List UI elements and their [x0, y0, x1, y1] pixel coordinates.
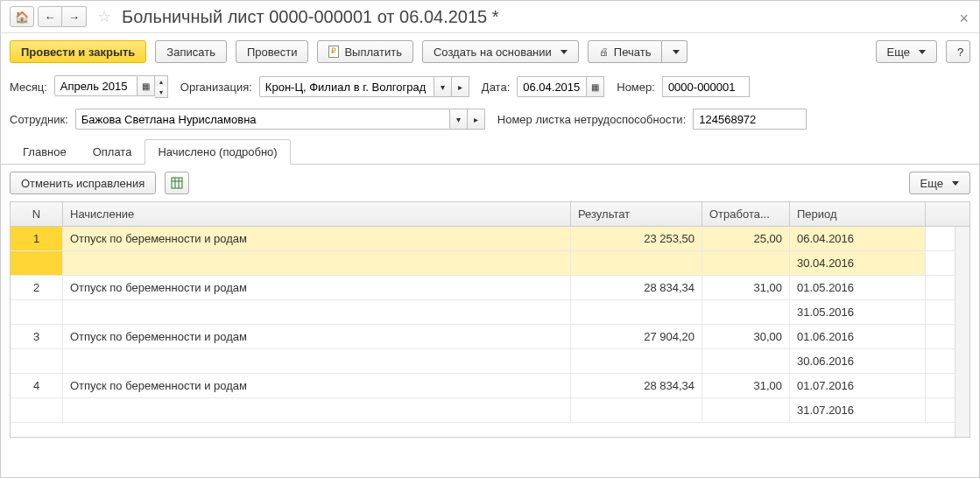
- table-body: 1 Отпуск по беременности и родам 23 253,…: [11, 227, 969, 423]
- printer-icon: 🖨: [599, 46, 609, 57]
- org-input[interactable]: [265, 81, 428, 94]
- date-calendar-icon[interactable]: ▦: [587, 76, 604, 97]
- app-window: БЛОГ КОМПАНИИ GOODWILL ТЕХНОЛОГИИ ДЛЯ БИ…: [0, 0, 980, 478]
- table-row[interactable]: 3 Отпуск по беременности и родам 27 904,…: [11, 325, 969, 349]
- cell-n-blank: [11, 398, 63, 422]
- cell-result: 28 834,34: [571, 374, 702, 397]
- back-button[interactable]: ←: [38, 6, 62, 27]
- cell-period-from: 01.06.2016: [790, 325, 926, 348]
- date-field: ▦: [517, 76, 604, 97]
- cell-period-to: 30.04.2016: [790, 251, 926, 275]
- cell-hours-blank: [702, 251, 790, 275]
- date-label: Дата:: [482, 81, 510, 94]
- number-label: Номер:: [617, 81, 655, 94]
- cell-hours-blank: [702, 398, 790, 422]
- cell-name: Отпуск по беременности и родам: [63, 325, 571, 348]
- sub-more-button[interactable]: Еще: [909, 172, 970, 194]
- post-button[interactable]: Провести: [236, 40, 309, 63]
- svg-rect-0: [172, 178, 182, 188]
- col-header-result[interactable]: Результат: [571, 202, 702, 226]
- table-row[interactable]: 4 Отпуск по беременности и родам 28 834,…: [11, 374, 969, 398]
- number-input[interactable]: [668, 81, 744, 94]
- employee-label: Сотрудник:: [10, 113, 68, 126]
- cell-result-blank: [571, 251, 702, 275]
- col-header-period[interactable]: Период: [790, 202, 926, 226]
- cell-n: 4: [11, 374, 63, 397]
- print-split: 🖨Печать: [588, 40, 688, 63]
- help-button[interactable]: ?: [946, 40, 970, 63]
- cell-name-blank: [63, 349, 571, 373]
- table-header: N Начисление Результат Отработа... Перио…: [11, 202, 969, 227]
- cell-name-blank: [63, 251, 571, 275]
- employee-input[interactable]: [81, 113, 444, 126]
- print-button[interactable]: 🖨Печать: [588, 40, 663, 63]
- spin-up[interactable]: ▴: [155, 76, 167, 87]
- table-row[interactable]: 31.05.2016: [11, 300, 969, 325]
- cell-hours: 31,00: [702, 374, 790, 397]
- columns-config-button[interactable]: [165, 172, 189, 194]
- cell-period-from: 01.07.2016: [790, 374, 926, 397]
- main-toolbar: Провести и закрыть Записать Провести Вып…: [1, 33, 979, 70]
- org-field: ▾ ▸: [259, 76, 469, 97]
- sheet-input[interactable]: [699, 113, 800, 126]
- scrollbar[interactable]: [955, 227, 969, 437]
- month-input[interactable]: [60, 80, 131, 93]
- date-input[interactable]: [523, 81, 581, 94]
- form-row-1: Месяц: ▦ ▴▾ Организация: ▾ ▸ Дата: ▦ Ном…: [1, 70, 979, 103]
- titlebar: 🏠 ← → ☆ Больничный лист 0000-000001 от 0…: [1, 1, 979, 33]
- create-based-button[interactable]: Создать на основании: [422, 40, 579, 63]
- cell-name-blank: [63, 300, 571, 324]
- tab-payment[interactable]: Оплата: [80, 139, 145, 165]
- col-header-name[interactable]: Начисление: [63, 202, 571, 226]
- employee-open-icon[interactable]: ▸: [468, 109, 485, 130]
- cell-n: 3: [11, 325, 63, 348]
- month-field: ▦ ▴▾: [54, 75, 168, 98]
- cell-name: Отпуск по беременности и родам: [63, 374, 571, 397]
- home-button[interactable]: 🏠: [10, 6, 34, 27]
- table-row[interactable]: 30.04.2016: [11, 251, 969, 276]
- table-row[interactable]: 1 Отпуск по беременности и родам 23 253,…: [11, 227, 969, 251]
- cell-result-blank: [571, 398, 702, 422]
- org-dropdown-icon[interactable]: ▾: [434, 76, 452, 97]
- org-label: Организация:: [180, 81, 252, 94]
- table-row[interactable]: 31.07.2016: [11, 398, 969, 423]
- cell-n-blank: [11, 251, 63, 275]
- tab-main[interactable]: Главное: [10, 139, 80, 165]
- post-and-close-button[interactable]: Провести и закрыть: [10, 40, 146, 63]
- favorite-icon[interactable]: ☆: [97, 7, 111, 26]
- close-icon[interactable]: ×: [959, 10, 969, 28]
- more-button[interactable]: Еще: [876, 40, 937, 63]
- month-label: Месяц:: [10, 81, 47, 94]
- table: N Начисление Результат Отработа... Перио…: [10, 201, 970, 438]
- spin-down[interactable]: ▾: [155, 87, 167, 97]
- cancel-corrections-button[interactable]: Отменить исправления: [10, 172, 156, 194]
- employee-dropdown-icon[interactable]: ▾: [450, 109, 468, 130]
- save-button[interactable]: Записать: [155, 40, 227, 63]
- forward-button[interactable]: →: [62, 6, 87, 27]
- month-calendar-icon[interactable]: ▦: [137, 75, 155, 96]
- org-open-icon[interactable]: ▸: [452, 76, 469, 97]
- table-row[interactable]: 2 Отпуск по беременности и родам 28 834,…: [11, 276, 969, 300]
- month-spinner: ▴▾: [155, 75, 168, 98]
- cell-n: 2: [11, 276, 63, 299]
- cell-name: Отпуск по беременности и родам: [63, 227, 571, 250]
- sub-toolbar: Отменить исправления Еще: [1, 165, 979, 201]
- tab-accrued[interactable]: Начислено (подробно): [145, 139, 290, 165]
- pay-button[interactable]: Выплатить: [317, 40, 413, 63]
- cell-period-to: 31.07.2016: [790, 398, 926, 422]
- cell-result: 23 253,50: [571, 227, 702, 250]
- cell-name-blank: [63, 398, 571, 422]
- number-field: [662, 76, 750, 97]
- sheet-field: [693, 109, 807, 130]
- cell-result: 28 834,34: [571, 276, 702, 299]
- col-header-hours[interactable]: Отработа...: [702, 202, 790, 226]
- cell-hours: 30,00: [702, 325, 790, 348]
- col-header-n[interactable]: N: [11, 202, 63, 226]
- cell-period-from: 06.04.2016: [790, 227, 926, 250]
- cell-hours-blank: [702, 349, 790, 373]
- cell-hours-blank: [702, 300, 790, 324]
- tabs: Главное Оплата Начислено (подробно): [1, 138, 979, 165]
- cell-period-to: 30.06.2016: [790, 349, 926, 373]
- print-dropdown[interactable]: [662, 40, 687, 63]
- table-row[interactable]: 30.06.2016: [11, 349, 969, 374]
